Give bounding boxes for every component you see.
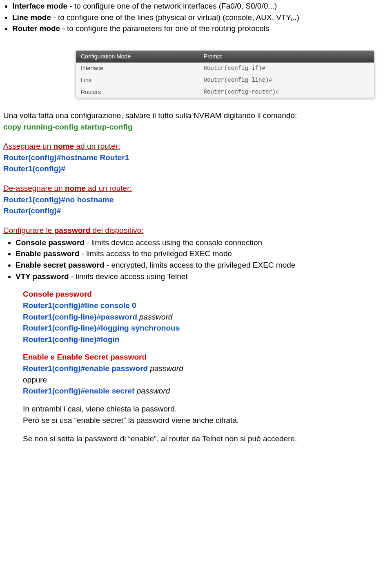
table-row: Routers Router(config-router)# [76, 86, 374, 98]
heading-link: Assegnare un nome ad un router: [3, 142, 120, 150]
heading-link: Configurare le password del dispositivo: [3, 226, 143, 235]
cmd-line: Router(config)# [3, 206, 389, 216]
config-mode-table: Configuration Mode Prompt Interface Rout… [76, 50, 374, 98]
cmd-line: Router1(config)#enable password password [23, 363, 389, 374]
mode-desc: - to configure the parameters for one of… [60, 24, 269, 33]
table-cell: Routers [76, 86, 199, 98]
notes-block: In entrambi i casi, viene chiesta la pas… [23, 404, 389, 444]
list-item: Interface mode - to configure one of the… [12, 1, 392, 11]
list-item: VTY password - limits device access usin… [16, 271, 389, 282]
mode-name: Line mode [12, 13, 51, 22]
mode-desc: - to configure one of the network interf… [67, 2, 277, 10]
cmd-line: Router1(config)#no hostname [3, 194, 389, 205]
copy-command: copy running-config startup-config [3, 123, 133, 131]
table-cell: Interface [76, 62, 199, 74]
deassign-name-heading: De-assegnare un nome ad un router: [3, 183, 389, 194]
assign-name-heading: Assegnare un nome ad un router: [3, 141, 389, 152]
save-config-text: Una volta fatta una configurazione, salv… [3, 110, 389, 121]
cmd-line: Router1(config-line)#logging synchronous [23, 323, 389, 333]
heading-link: De-assegnare un nome ad un router: [3, 184, 132, 192]
table-row: Line Router(config-line)# [76, 74, 374, 86]
table-cell: Router(config-line)# [199, 74, 374, 86]
table-header: Configuration Mode [76, 51, 199, 63]
list-item: Console password - limits device access … [16, 237, 389, 248]
mode-list: Interface mode - to configure one of the… [12, 1, 392, 34]
table-row: Interface Router(config-if)# [76, 62, 374, 74]
enable-password-block: Enable e Enable Secret password Router1(… [23, 352, 389, 396]
list-item: Enable secret password - encrypted, limi… [16, 260, 389, 270]
note-text: In entrambi i casi, viene chiesta la pas… [23, 404, 389, 414]
oppure-text: oppure [23, 375, 389, 385]
table-cell: Router(config-if)# [199, 62, 374, 74]
config-password-heading: Configurare le password del dispositivo: [3, 225, 389, 236]
list-item: Line mode - to configure one of the line… [12, 12, 392, 23]
cmd-line: Router1(config-line)#login [23, 334, 389, 345]
console-password-block: Console password Router1(config)#line co… [23, 289, 389, 344]
cmd-line: Router1(config-line)#password password [23, 312, 389, 322]
cmd-line: Router(config)#hostname Router1 [3, 152, 389, 163]
mode-name: Router mode [12, 24, 60, 33]
cmd-line: Router1(config)#line console 0 [23, 300, 389, 311]
cmd-line: Router1(config)#enable secret password [23, 386, 389, 396]
table-cell: Router(config-router)# [199, 86, 374, 98]
table-cell: Line [76, 74, 199, 86]
list-item: Enable password - limits access to the p… [16, 248, 389, 259]
table-header: Prompt [199, 51, 374, 63]
note-text: Però se si usa “enable secret” la passwo… [23, 415, 389, 426]
mode-name: Interface mode [12, 2, 67, 10]
block-title: Enable e Enable Secret password [23, 352, 389, 362]
mode-desc: - to configure one of the lines (physica… [51, 13, 299, 22]
password-types-list: Console password - limits device access … [16, 237, 389, 282]
cmd-line: Router1(config)# [3, 163, 389, 174]
block-title: Console password [23, 289, 389, 300]
note-text: Se non si setta la password di “enable”,… [23, 434, 389, 444]
list-item: Router mode - to configure the parameter… [12, 23, 392, 34]
